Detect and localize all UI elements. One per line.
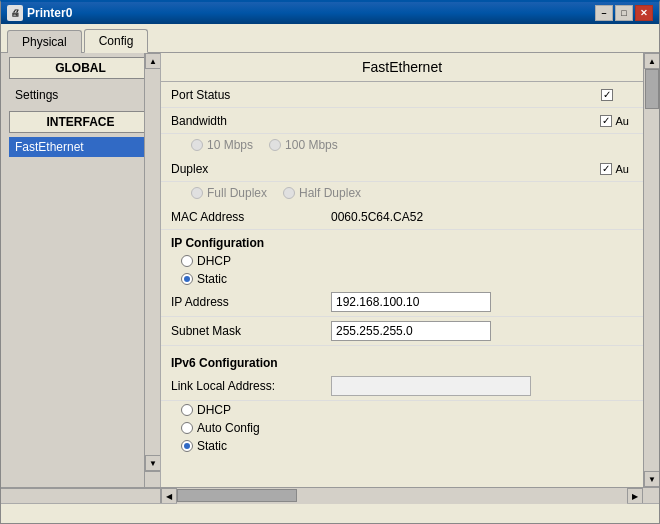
ip-address-value [331,292,633,312]
window-controls: – □ ✕ [595,5,653,21]
ipv6-autoconfig-radio[interactable] [181,422,193,434]
close-button[interactable]: ✕ [635,5,653,21]
dhcp-radio[interactable] [181,255,193,267]
duplex-label: Duplex [171,162,331,176]
bandwidth-auto-label: Au [616,115,629,127]
sidebar-scroll-up[interactable]: ▲ [145,53,161,69]
bandwidth-value: Au [331,115,633,127]
ip-address-input[interactable] [331,292,491,312]
link-local-input[interactable] [331,376,531,396]
hscroll-thumb[interactable] [177,489,297,502]
ipv6-autoconfig-option[interactable]: Auto Config [181,421,260,435]
link-local-label: Link Local Address: [171,379,331,393]
minimize-button[interactable]: – [595,5,613,21]
duplex-auto-label: Au [616,163,629,175]
bw-100-radio[interactable] [269,139,281,151]
hscroll-left-button[interactable]: ◀ [161,488,177,504]
ipv6-dhcp-label: DHCP [197,403,231,417]
bw-10-label: 10 Mbps [207,138,253,152]
bw-100-option[interactable]: 100 Mbps [269,138,338,152]
ipv6-static-row: Static [161,437,643,455]
dhcp-row: DHCP [161,252,643,270]
bandwidth-radio-group: 10 Mbps 100 Mbps [161,134,643,156]
sidebar-global-button[interactable]: GLOBAL [9,57,152,79]
half-duplex-option[interactable]: Half Duplex [283,186,361,200]
ip-config-label: IP Configuration [171,236,264,250]
title-bar: 🖨 Printer0 – □ ✕ [1,2,659,24]
duplex-radio-group: Full Duplex Half Duplex [161,182,643,204]
bw-10-radio[interactable] [191,139,203,151]
static-radio[interactable] [181,273,193,285]
duplex-checkbox[interactable] [600,163,612,175]
duplex-value: Au [331,163,633,175]
ipv6-dhcp-option[interactable]: DHCP [181,403,231,417]
ipv6-static-radio[interactable] [181,440,193,452]
ip-address-row: IP Address [161,288,643,317]
sidebar: GLOBAL Settings INTERFACE FastEthernet ▲… [1,53,161,487]
panel-scroll-content: FastEthernet Port Status [161,53,643,487]
ipv6-static-label: Static [197,439,227,453]
sidebar-interface-label: INTERFACE [9,111,152,133]
sidebar-settings-item[interactable]: Settings [9,85,152,105]
ipv6-dhcp-row: DHCP [161,401,643,419]
full-duplex-option[interactable]: Full Duplex [191,186,267,200]
subnet-mask-input[interactable] [331,321,491,341]
half-duplex-label: Half Duplex [299,186,361,200]
tab-bar: Physical Config [1,24,659,53]
subnet-mask-label: Subnet Mask [171,324,331,338]
bw-10-option[interactable]: 10 Mbps [191,138,253,152]
ip-config-section: IP Configuration [161,230,643,252]
link-local-value [331,376,633,396]
subnet-mask-value [331,321,633,341]
ipv6-autoconfig-row: Auto Config [161,419,643,437]
app-icon: 🖨 [7,5,23,21]
port-status-checkbox[interactable] [601,89,613,101]
main-panel: FastEthernet Port Status [161,53,659,487]
dhcp-label: DHCP [197,254,231,268]
tab-config[interactable]: Config [84,29,149,53]
full-duplex-radio[interactable] [191,187,203,199]
port-status-value [331,89,633,101]
half-duplex-radio[interactable] [283,187,295,199]
bandwidth-checkbox[interactable] [600,115,612,127]
scroll-corner-box [643,488,659,504]
vscroll-down-button[interactable]: ▼ [644,471,659,487]
link-local-row: Link Local Address: [161,372,643,401]
hscroll-track [177,488,627,504]
panel-title: FastEthernet [362,59,442,75]
main-window: 🖨 Printer0 – □ ✕ Physical Config GLOBAL … [0,0,660,524]
sidebar-scroll-down[interactable]: ▼ [145,455,161,471]
sidebar-hscroll-corner [1,488,161,504]
ipv6-dhcp-radio[interactable] [181,404,193,416]
sidebar-scroll-corner [144,471,160,487]
mac-address-row: MAC Address 0060.5C64.CA52 [161,204,643,230]
tab-physical[interactable]: Physical [7,30,82,53]
hscroll-right-button[interactable]: ▶ [627,488,643,504]
panel-header: FastEthernet [161,53,643,82]
static-row: Static [161,270,643,288]
duplex-row: Duplex Au [161,156,643,182]
static-label: Static [197,272,227,286]
bottom-scrollbar-area: ◀ ▶ [1,487,659,503]
port-status-row: Port Status [161,82,643,108]
ipv6-autoconfig-label: Auto Config [197,421,260,435]
subnet-mask-row: Subnet Mask [161,317,643,346]
vscroll-track [644,69,659,471]
maximize-button[interactable]: □ [615,5,633,21]
static-option[interactable]: Static [181,272,227,286]
panel-body: Port Status Bandwidth [161,82,643,455]
content-area: GLOBAL Settings INTERFACE FastEthernet ▲… [1,53,659,487]
bandwidth-row: Bandwidth Au [161,108,643,134]
vscroll-thumb[interactable] [645,69,659,109]
dhcp-option[interactable]: DHCP [181,254,231,268]
full-duplex-label: Full Duplex [207,186,267,200]
ipv6-static-option[interactable]: Static [181,439,227,453]
ip-address-label: IP Address [171,295,331,309]
ipv6-config-label: IPv6 Configuration [171,356,278,370]
title-bar-left: 🖨 Printer0 [7,5,72,21]
port-status-label: Port Status [171,88,331,102]
window-title: Printer0 [27,6,72,20]
status-bar [1,503,659,523]
vscroll-up-button[interactable]: ▲ [644,53,659,69]
sidebar-fastethernet-item[interactable]: FastEthernet [9,137,152,157]
